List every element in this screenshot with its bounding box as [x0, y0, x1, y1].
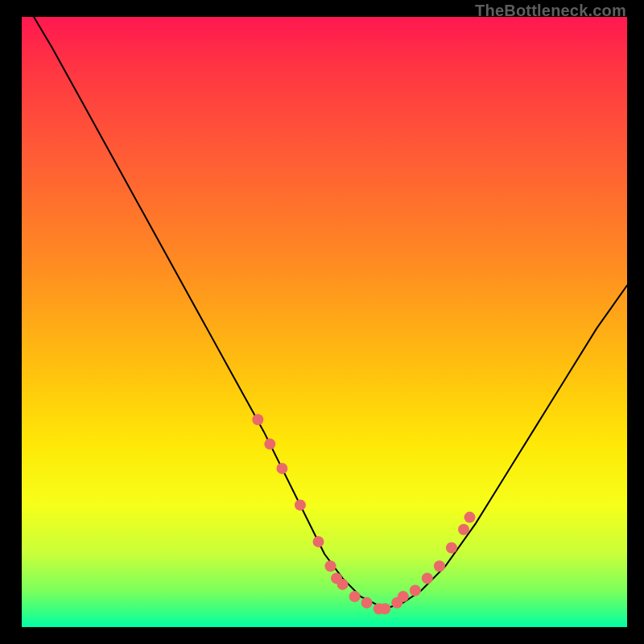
plot-area [22, 17, 627, 627]
highlight-dot [325, 560, 336, 572]
highlight-dot [276, 463, 287, 474]
highlight-dot [434, 560, 445, 572]
highlight-dot [252, 414, 263, 425]
highlight-dot [398, 591, 409, 602]
highlight-dot [349, 591, 361, 602]
highlight-dot [264, 439, 275, 450]
highlight-dot [379, 603, 390, 614]
bottleneck-curve [34, 17, 627, 609]
chart-svg [22, 17, 627, 627]
highlight-dot [410, 585, 421, 597]
highlight-dot [337, 579, 349, 590]
highlight-dot [446, 543, 457, 554]
highlight-dot [422, 572, 433, 584]
highlight-dots [252, 414, 475, 614]
highlight-dot [464, 512, 476, 523]
watermark-text: TheBottleneck.com [475, 2, 626, 20]
highlight-dot [295, 499, 306, 510]
highlight-dot [361, 597, 373, 609]
highlight-dot [458, 524, 469, 535]
highlight-dot [313, 536, 324, 547]
chart-frame: TheBottleneck.com [0, 0, 644, 644]
